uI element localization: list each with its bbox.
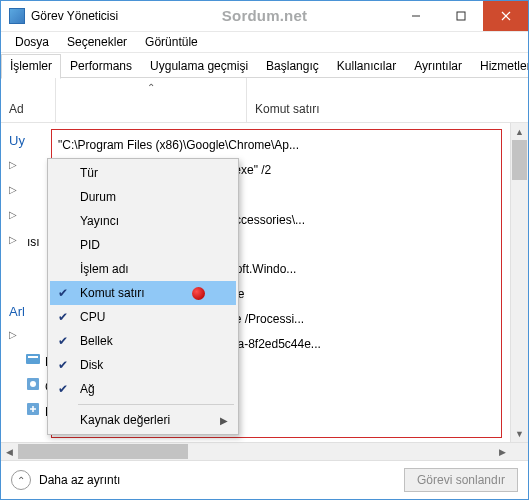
svg-rect-4	[26, 354, 40, 364]
menu-item-label: İşlem adı	[80, 262, 129, 276]
main-area: Ad ⌃ Komut satırı Uy ▷ ▷ ▷ ▷ Arl ▷	[1, 78, 528, 460]
column-command-line[interactable]: Komut satırı	[247, 78, 528, 122]
maximize-icon	[456, 11, 466, 21]
scroll-up-icon[interactable]: ▲	[511, 123, 528, 140]
check-icon: ✔	[58, 382, 68, 396]
column-headers: Ad ⌃ Komut satırı	[1, 78, 528, 123]
horizontal-scrollbar[interactable]: ◀ ▶	[1, 442, 528, 460]
left-gutter: Uy ▷ ▷ ▷ ▷ Arl ▷	[1, 123, 47, 442]
window-title: Görev Yöneticisi	[31, 9, 118, 23]
close-button[interactable]	[483, 1, 528, 31]
menu-separator	[78, 404, 234, 405]
scroll-down-icon[interactable]: ▼	[511, 425, 528, 442]
tab-services[interactable]: Hizmetler	[471, 54, 529, 79]
menu-file[interactable]: Dosya	[7, 33, 57, 51]
tab-app-history[interactable]: Uygulama geçmişi	[141, 54, 257, 79]
tab-performance[interactable]: Performans	[61, 54, 141, 79]
menu-item-label: Disk	[80, 358, 103, 372]
menu-item-command-line[interactable]: ✔ Komut satırı	[50, 281, 236, 305]
menu-item-memory[interactable]: ✔Bellek	[50, 329, 236, 353]
app-icon	[25, 401, 41, 417]
end-task-button[interactable]: Görevi sonlandır	[404, 468, 518, 492]
tab-details[interactable]: Ayrıntılar	[405, 54, 471, 79]
menu-item-status[interactable]: Durum	[50, 185, 236, 209]
column-context-menu: Tür Durum Yayıncı PID İşlem adı ✔ Komut …	[47, 158, 239, 435]
menu-item-resource-values[interactable]: Kaynak değerleri ▶	[50, 408, 236, 432]
menu-item-label: Yayıncı	[80, 214, 119, 228]
tab-users[interactable]: Kullanıcılar	[328, 54, 405, 79]
menu-item-label: Durum	[80, 190, 116, 204]
collapse-details-button[interactable]: ⌃	[11, 470, 31, 490]
column-name[interactable]: Ad	[1, 78, 56, 122]
menu-item-label: Komut satırı	[80, 286, 145, 300]
menu-options[interactable]: Seçenekler	[59, 33, 135, 51]
vertical-scrollbar[interactable]: ▲ ▼	[510, 123, 528, 442]
chevron-up-icon: ⌃	[17, 475, 25, 486]
app-icon	[9, 8, 25, 24]
group-apps: Uy	[1, 129, 47, 152]
resize-grip[interactable]	[511, 443, 528, 460]
expander-icon[interactable]: ▷	[9, 329, 17, 340]
menu-item-label: Tür	[80, 166, 98, 180]
app-icon	[25, 351, 41, 367]
menu-item-process-name[interactable]: İşlem adı	[50, 257, 236, 281]
expander-icon[interactable]: ▷	[9, 234, 17, 245]
sort-chevron-icon: ⌃	[147, 82, 155, 93]
menu-item-network[interactable]: ✔Ağ	[50, 377, 236, 401]
menu-view[interactable]: Görüntüle	[137, 33, 206, 51]
menu-item-label: CPU	[80, 310, 105, 324]
menu-item-label: Ağ	[80, 382, 95, 396]
check-icon: ✔	[58, 310, 68, 324]
scroll-right-icon[interactable]: ▶	[494, 443, 511, 460]
scroll-thumb[interactable]	[18, 444, 188, 459]
svg-point-7	[30, 381, 36, 387]
menu-item-label: Kaynak değerleri	[80, 413, 170, 427]
menu-item-publisher[interactable]: Yayıncı	[50, 209, 236, 233]
process-name-fragment: ısı	[27, 235, 40, 249]
expander-icon[interactable]: ▷	[9, 159, 17, 170]
scroll-left-icon[interactable]: ◀	[1, 443, 18, 460]
svg-rect-1	[457, 12, 465, 20]
window-controls	[393, 1, 528, 31]
maximize-button[interactable]	[438, 1, 483, 31]
expander-icon[interactable]: ▷	[9, 184, 17, 195]
expander-icon[interactable]: ▷	[9, 209, 17, 220]
command-line-value: "C:\Program Files (x86)\Google\Chrome\Ap…	[58, 138, 495, 153]
annotation-dot-icon	[192, 287, 205, 300]
column-spacer[interactable]: ⌃	[56, 78, 247, 122]
menu-item-pid[interactable]: PID	[50, 233, 236, 257]
tabstrip: İşlemler Performans Uygulama geçmişi Baş…	[1, 53, 528, 78]
app-icon	[25, 376, 41, 392]
fewer-details-label[interactable]: Daha az ayrıntı	[39, 473, 120, 487]
titlebar: Görev Yöneticisi	[1, 1, 528, 32]
menu-item-label: Bellek	[80, 334, 113, 348]
tab-processes[interactable]: İşlemler	[1, 54, 61, 79]
group-background: Arl	[1, 300, 47, 323]
minimize-button[interactable]	[393, 1, 438, 31]
task-manager-window: Görev Yöneticisi Sordum.net Dosya Seçene…	[0, 0, 529, 500]
menu-item-type[interactable]: Tür	[50, 161, 236, 185]
tab-startup[interactable]: Başlangıç	[257, 54, 328, 79]
menu-item-label: PID	[80, 238, 100, 252]
minimize-icon	[411, 11, 421, 21]
submenu-arrow-icon: ▶	[220, 415, 228, 426]
menu-item-disk[interactable]: ✔Disk	[50, 353, 236, 377]
check-icon: ✔	[58, 358, 68, 372]
svg-rect-5	[28, 356, 38, 358]
menubar: Dosya Seçenekler Görüntüle	[1, 32, 528, 53]
scroll-thumb[interactable]	[512, 140, 527, 180]
check-icon: ✔	[58, 286, 68, 300]
check-icon: ✔	[58, 334, 68, 348]
close-icon	[501, 11, 511, 21]
menu-item-cpu[interactable]: ✔CPU	[50, 305, 236, 329]
footer: ⌃ Daha az ayrıntı Görevi sonlandır	[1, 460, 528, 499]
